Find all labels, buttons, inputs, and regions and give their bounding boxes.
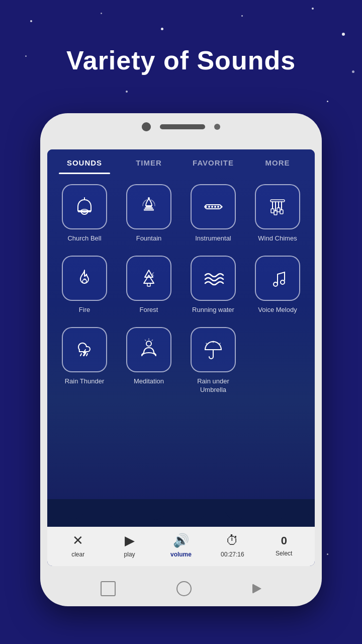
timer-icon: ⏱ [226, 533, 239, 548]
grass-silhouette [47, 499, 315, 527]
svg-rect-17 [280, 210, 283, 214]
forest-label: Forest [140, 306, 158, 314]
running-water-icon-box [191, 256, 236, 301]
rain-umbrella-icon-box [191, 327, 236, 372]
sound-row-1: Church Bell Founta [52, 184, 310, 243]
phone-screen: SOUNDS TIMER FAVORITE MORE Church Bell [47, 149, 315, 566]
clear-button[interactable]: ✕ clear [60, 533, 96, 558]
svg-point-6 [214, 206, 216, 208]
phone-top-hardware [142, 122, 220, 131]
sound-item-wind-chimes[interactable]: Wind Chimes [250, 184, 305, 243]
volume-button[interactable]: 🔊 volume [163, 533, 199, 558]
church-bell-icon-box [62, 184, 107, 229]
nav-home-button[interactable] [176, 581, 192, 596]
phone-speaker [160, 124, 205, 129]
fountain-icon [137, 195, 161, 219]
svg-rect-15 [274, 211, 277, 215]
church-bell-label: Church Bell [67, 234, 101, 243]
tab-favorite[interactable]: FAVORITE [181, 149, 245, 174]
fountain-label: Fountain [136, 234, 162, 243]
phone-frame: SOUNDS TIMER FAVORITE MORE Church Bell [40, 113, 322, 606]
running-water-label: Running water [192, 306, 234, 314]
svg-rect-14 [271, 209, 274, 213]
nav-back-button[interactable] [252, 584, 261, 594]
svg-point-2 [148, 197, 150, 199]
wind-chimes-icon-box [255, 184, 300, 229]
select-count: 0 [281, 534, 287, 547]
rain-umbrella-label: Rain under Umbrella [186, 377, 241, 394]
church-bell-icon [72, 195, 97, 219]
phone-sensor [214, 124, 220, 130]
tab-timer[interactable]: TIMER [117, 149, 181, 174]
sound-item-church-bell[interactable]: Church Bell [57, 184, 112, 243]
tab-sounds[interactable]: SOUNDS [52, 149, 117, 174]
sound-row-3: Rain Thunder Meditation [52, 327, 310, 394]
svg-point-4 [208, 206, 210, 208]
select-button[interactable]: 0 Select [266, 534, 302, 557]
wind-chimes-icon [265, 195, 290, 219]
instrumental-icon-box [191, 184, 236, 229]
sound-item-meditation[interactable]: Meditation [121, 327, 176, 394]
nav-tabs: SOUNDS TIMER FAVORITE MORE [47, 149, 315, 174]
rain-thunder-icon [72, 338, 97, 362]
sound-item-fountain[interactable]: Fountain [121, 184, 176, 243]
meditation-icon-box [126, 327, 171, 372]
svg-point-7 [217, 206, 219, 208]
play-button[interactable]: ▶ play [112, 533, 147, 558]
sound-item-rain-thunder[interactable]: Rain Thunder [57, 327, 112, 394]
svg-point-21 [146, 341, 151, 346]
sound-row-2: Fire Forest [52, 256, 310, 314]
running-water-icon [201, 266, 225, 290]
select-label: Select [276, 550, 292, 557]
sound-grid: Church Bell Founta [47, 174, 315, 499]
svg-rect-8 [204, 206, 207, 208]
rain-thunder-label: Rain Thunder [65, 377, 105, 386]
svg-point-5 [211, 206, 213, 208]
voice-melody-label: Voice Melody [258, 306, 297, 314]
svg-rect-16 [277, 208, 280, 212]
rain-umbrella-icon [201, 338, 225, 362]
volume-icon: 🔊 [173, 533, 189, 548]
wind-chimes-label: Wind Chimes [258, 234, 297, 243]
voice-melody-icon-box [255, 256, 300, 301]
timer-button[interactable]: ⏱ 00:27:16 [215, 533, 250, 558]
play-icon: ▶ [125, 533, 135, 548]
svg-point-19 [274, 282, 278, 286]
sound-item-rain-umbrella[interactable]: Rain under Umbrella [186, 327, 241, 394]
fire-icon [72, 266, 97, 290]
meditation-label: Meditation [134, 377, 164, 386]
meditation-icon [137, 338, 161, 362]
sound-item-instrumental[interactable]: Instrumental [186, 184, 241, 243]
sound-item-forest[interactable]: Forest [121, 256, 176, 314]
play-label: play [124, 551, 135, 558]
volume-label: volume [170, 551, 192, 558]
timer-label: 00:27:16 [221, 551, 244, 558]
fountain-icon-box [126, 184, 171, 229]
instrumental-label: Instrumental [195, 234, 231, 243]
bottom-controls: ✕ clear ▶ play 🔊 volume ⏱ 00:27:16 0 Sel… [47, 527, 315, 566]
tab-more[interactable]: MORE [245, 149, 310, 174]
svg-point-20 [281, 280, 285, 284]
sound-item-fire[interactable]: Fire [57, 256, 112, 314]
rain-thunder-icon-box [62, 327, 107, 372]
nav-square-button[interactable] [101, 581, 116, 596]
clear-label: clear [71, 551, 84, 558]
forest-icon [137, 266, 161, 290]
fire-label: Fire [79, 306, 90, 314]
forest-icon-box [126, 256, 171, 301]
page-title: Variety of Sounds [0, 45, 362, 75]
svg-rect-1 [78, 211, 91, 212]
phone-camera [142, 122, 151, 131]
sound-item-voice-melody[interactable]: Voice Melody [250, 256, 305, 314]
fire-icon-box [62, 256, 107, 301]
instrumental-icon [201, 195, 225, 219]
phone-bottom-nav [40, 581, 322, 596]
grass-svg [47, 499, 315, 527]
voice-melody-icon [265, 266, 290, 290]
clear-icon: ✕ [72, 533, 83, 548]
sound-item-running-water[interactable]: Running water [186, 256, 241, 314]
